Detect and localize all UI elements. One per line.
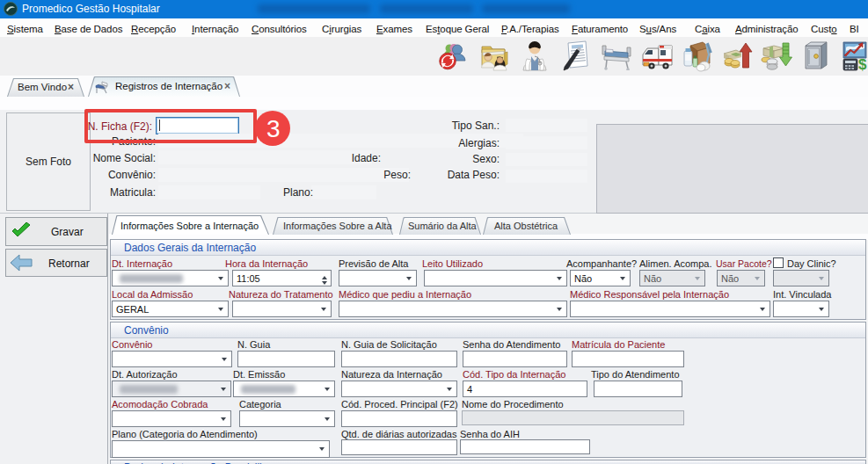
svg-text:$: $ — [858, 56, 867, 72]
